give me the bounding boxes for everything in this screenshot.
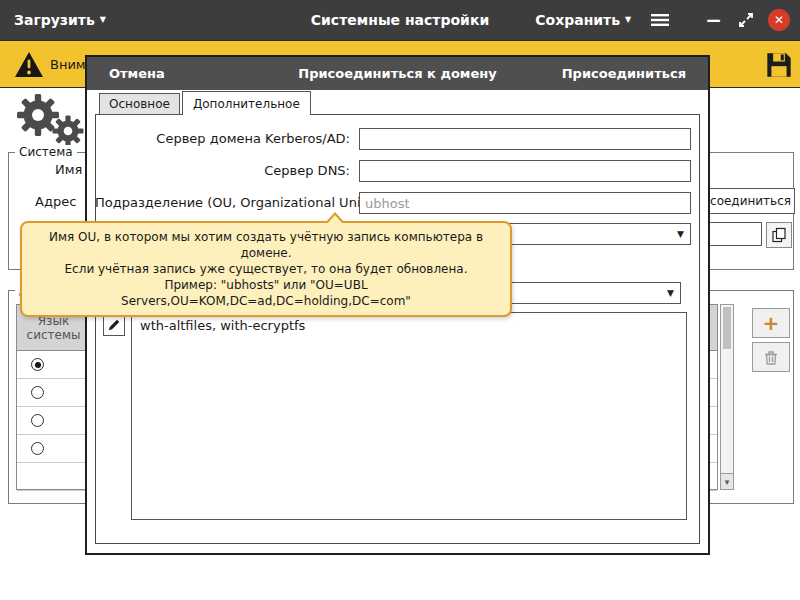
load-menu-label: Загрузить [14, 12, 95, 28]
options-list-text: wth-altfiles, with-ecryptfs [140, 318, 305, 333]
scrollbar-thumb[interactable] [723, 307, 731, 349]
edit-button[interactable] [103, 314, 125, 336]
ou-tooltip: Имя OU, в котором мы хотим создать учётн… [20, 221, 512, 317]
options-listbox[interactable]: wth-altfiles, with-ecryptfs [131, 312, 687, 520]
add-language-button[interactable]: + [752, 308, 790, 338]
load-menu-button[interactable]: Загрузить ▼ [14, 12, 106, 28]
system-settings-screen: Загрузить ▼ Системные настройки Сохранит… [0, 0, 800, 600]
dialog-header: Отмена Присоединиться к домену Присоедин… [87, 57, 708, 90]
ou-label: Подразделение (OU, Organizational Unit): [95, 192, 350, 214]
tab-main[interactable]: Основное [99, 93, 180, 115]
ou-input[interactable] [359, 192, 691, 214]
system-group-label: Система [15, 145, 77, 159]
join-button[interactable]: Присоединиться [562, 66, 686, 81]
scrollbar-down-icon[interactable]: ▾ [721, 473, 733, 489]
title-bar-actions: Сохранить ▼ − ✕ [535, 9, 790, 31]
table-scrollbar[interactable]: ▾ [720, 304, 734, 490]
tooltip-line-1: Имя OU, в котором мы хотим создать учётн… [30, 229, 502, 261]
chevron-down-icon: ▼ [625, 16, 631, 24]
copy-icon [771, 227, 787, 243]
delete-language-button[interactable] [752, 342, 790, 372]
pencil-icon [107, 318, 121, 332]
trash-icon [763, 349, 779, 366]
menu-button[interactable] [651, 13, 669, 27]
close-icon: ✕ [774, 13, 784, 27]
warning-icon [14, 51, 44, 82]
chevron-down-icon: ▼ [100, 16, 106, 24]
language-radio-selected[interactable] [31, 358, 44, 371]
language-radio[interactable] [31, 442, 44, 455]
copy-button[interactable] [766, 222, 792, 248]
chevron-down-icon: ▼ [667, 289, 674, 298]
dns-server-input[interactable] [359, 160, 691, 182]
kerberos-server-input[interactable] [359, 128, 691, 150]
save-file-button[interactable] [764, 50, 794, 80]
name-label: Имя [55, 162, 82, 177]
cancel-button[interactable]: Отмена [109, 66, 165, 81]
app-gears-icon [10, 88, 85, 152]
dns-server-label: Сервер DNS: [95, 160, 350, 182]
expand-icon [738, 12, 754, 28]
tooltip-line-2: Если учётная запись уже существует, то о… [30, 261, 502, 277]
hamburger-icon [651, 13, 669, 27]
tooltip-line-3: Пример: "ubhosts" или "OU=UBL Servers,OU… [30, 277, 502, 309]
address-label: Адрес [35, 194, 76, 209]
save-menu-button[interactable]: Сохранить ▼ [535, 12, 631, 28]
close-button[interactable]: ✕ [768, 9, 790, 31]
title-bar: Загрузить ▼ Системные настройки Сохранит… [0, 0, 800, 40]
dialog-tabs: Основное Дополнительное [99, 90, 313, 115]
fullscreen-button[interactable] [738, 12, 754, 28]
kerberos-server-label: Сервер домена Kerberos/AD: [95, 128, 350, 150]
language-radio[interactable] [31, 414, 44, 427]
save-menu-label: Сохранить [535, 12, 620, 28]
tab-additional[interactable]: Дополнительное [182, 91, 311, 115]
language-radio[interactable] [31, 386, 44, 399]
plus-icon: + [763, 311, 780, 335]
join-domain-background-button[interactable]: Присоединиться [700, 188, 795, 214]
minimize-button[interactable]: − [705, 10, 722, 30]
chevron-down-icon: ▼ [677, 230, 684, 239]
floppy-disk-icon [765, 51, 793, 79]
